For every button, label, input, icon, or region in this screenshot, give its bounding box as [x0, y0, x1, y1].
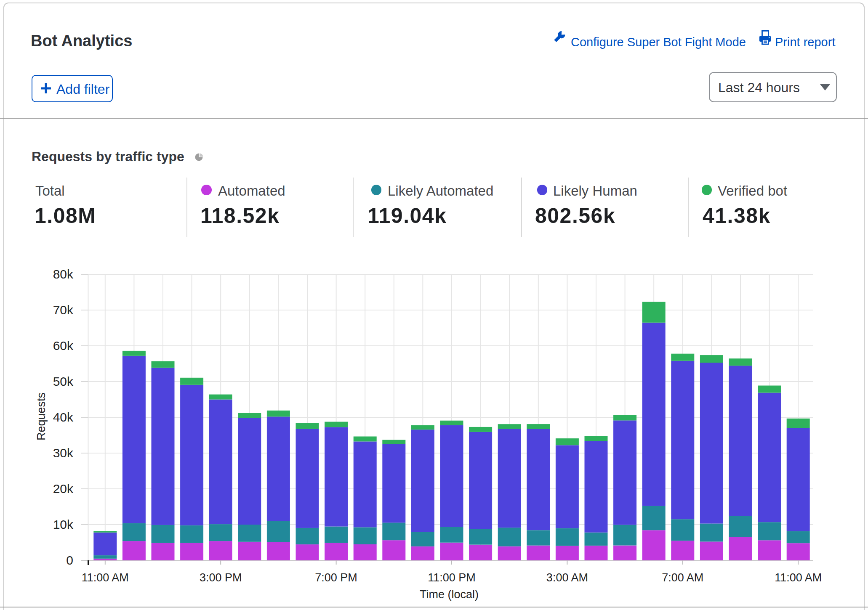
svg-text:7:00 PM: 7:00 PM	[315, 571, 357, 584]
svg-text:11:00 PM: 11:00 PM	[428, 571, 476, 584]
svg-text:Time (local): Time (local)	[420, 588, 479, 601]
svg-text:Requests: Requests	[35, 393, 48, 440]
svg-text:3:00 AM: 3:00 AM	[546, 571, 588, 584]
svg-text:3:00 PM: 3:00 PM	[200, 571, 242, 584]
svg-text:80k: 80k	[53, 267, 74, 281]
svg-text:10k: 10k	[53, 517, 74, 531]
svg-text:7:00 AM: 7:00 AM	[662, 571, 703, 584]
svg-text:20k: 20k	[53, 482, 74, 496]
svg-text:40k: 40k	[53, 410, 74, 424]
svg-text:30k: 30k	[53, 446, 74, 460]
svg-text:60k: 60k	[53, 339, 74, 353]
svg-text:11:00 AM: 11:00 AM	[775, 571, 822, 584]
svg-text:50k: 50k	[53, 374, 74, 388]
svg-text:0: 0	[66, 553, 73, 567]
svg-text:11:00 AM: 11:00 AM	[82, 571, 129, 584]
svg-text:70k: 70k	[53, 303, 74, 317]
